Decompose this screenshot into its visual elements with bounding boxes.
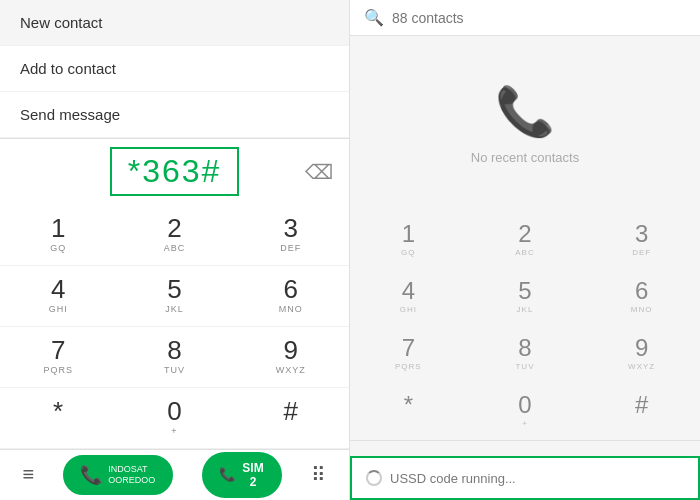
- dial-key-1[interactable]: 1GQ: [0, 205, 116, 266]
- dial-key-9[interactable]: 9WXYZ: [233, 327, 349, 388]
- search-icon: 🔍: [364, 8, 384, 27]
- right-dial-key-number: *: [404, 393, 413, 417]
- sim2-phone-icon: 📞: [219, 467, 236, 482]
- ussd-text: USSD code running...: [390, 471, 516, 486]
- right-dial-key-letters: TUV: [515, 362, 534, 373]
- backspace-button[interactable]: ⌫: [305, 160, 333, 184]
- sim1-carrier-label: INDOSATOOREDOO: [108, 464, 155, 486]
- contacts-area: 📞 No recent contacts: [350, 36, 700, 212]
- right-dial-key-number: 0: [518, 393, 531, 417]
- left-panel: New contact Add to contact Send message …: [0, 0, 350, 500]
- dial-key-number: 1: [51, 215, 65, 241]
- dial-key-hash[interactable]: #: [233, 388, 349, 449]
- dial-key-letters: ABC: [164, 243, 186, 255]
- right-dial-key-3: 3DEF: [583, 212, 700, 269]
- no-contacts-icon: 📞: [495, 84, 555, 140]
- menu-icon-button[interactable]: ≡: [23, 463, 35, 486]
- dial-key-number: 4: [51, 276, 65, 302]
- right-dial-key-number: 7: [402, 336, 415, 360]
- dial-key-number: #: [284, 398, 298, 424]
- dial-key-number: 7: [51, 337, 65, 363]
- ussd-spinner: [366, 470, 382, 486]
- dial-key-star[interactable]: *: [0, 388, 116, 449]
- right-dial-key-number: 6: [635, 279, 648, 303]
- dial-number: *363#: [110, 147, 240, 196]
- sim1-call-button[interactable]: 📞 INDOSATOOREDOO: [63, 455, 173, 495]
- dial-key-letters: +: [171, 426, 177, 438]
- left-dialpad: 1GQ2ABC3DEF4GHI5JKL6MNO7PQRS8TUV9WXYZ*0+…: [0, 205, 349, 449]
- dial-key-letters: JKL: [165, 304, 184, 316]
- right-dial-key-7: 7PQRS: [350, 326, 467, 383]
- right-dialpad: 1GQ2ABC3DEF4GHI5JKL6MNO7PQRS8TUV9WXYZ*0+…: [350, 212, 700, 440]
- dial-key-letters: GHI: [49, 304, 68, 316]
- phone-icon: 📞: [80, 464, 102, 486]
- right-dial-key-letters: WXYZ: [628, 362, 655, 373]
- menu-item-new-contact[interactable]: New contact: [0, 0, 349, 46]
- right-dial-key-5: 5JKL: [467, 269, 584, 326]
- right-dial-key-letters: GHI: [400, 305, 417, 316]
- right-dial-key-0: 0+: [467, 383, 584, 440]
- dial-key-0[interactable]: 0+: [116, 388, 232, 449]
- right-dial-key-number: 5: [518, 279, 531, 303]
- right-dial-key-9: 9WXYZ: [583, 326, 700, 383]
- ussd-bar: USSD code running...: [350, 456, 700, 500]
- dial-key-letters: WXYZ: [276, 365, 306, 377]
- right-dial-key-letters: PQRS: [395, 362, 422, 373]
- right-dial-key-letters: +: [522, 419, 528, 430]
- dial-key-number: 9: [284, 337, 298, 363]
- right-panel: 🔍 📞 No recent contacts 1GQ2ABC3DEF4GHI5J…: [350, 0, 700, 500]
- dial-key-3[interactable]: 3DEF: [233, 205, 349, 266]
- dial-key-letters: MNO: [279, 304, 303, 316]
- right-dial-key-letters: DEF: [632, 248, 651, 259]
- dial-key-number: *: [53, 398, 63, 424]
- dial-key-4[interactable]: 4GHI: [0, 266, 116, 327]
- dial-key-5[interactable]: 5JKL: [116, 266, 232, 327]
- right-dial-key-8: 8TUV: [467, 326, 584, 383]
- dial-key-2[interactable]: 2ABC: [116, 205, 232, 266]
- apps-icon-button[interactable]: ⠿: [311, 463, 326, 487]
- menu-items: New contact Add to contact Send message: [0, 0, 349, 139]
- right-dial-key-number: 4: [402, 279, 415, 303]
- dial-key-number: 8: [167, 337, 181, 363]
- right-dial-key-star: *: [350, 383, 467, 440]
- right-dial-key-4: 4GHI: [350, 269, 467, 326]
- right-dial-key-number: 9: [635, 336, 648, 360]
- dial-key-number: 3: [284, 215, 298, 241]
- search-bar: 🔍: [350, 0, 700, 36]
- right-dial-key-6: 6MNO: [583, 269, 700, 326]
- menu-item-add-to-contact[interactable]: Add to contact: [0, 46, 349, 92]
- right-dial-key-number: 3: [635, 222, 648, 246]
- menu-item-send-message[interactable]: Send message: [0, 92, 349, 138]
- right-dial-key-number: 1: [402, 222, 415, 246]
- no-recent-text: No recent contacts: [471, 150, 579, 165]
- right-dial-key-letters: GQ: [401, 248, 415, 259]
- dial-key-letters: TUV: [164, 365, 185, 377]
- search-input[interactable]: [392, 10, 686, 26]
- sim2-call-button[interactable]: 📞 SIM2: [202, 452, 282, 498]
- right-dial-key-letters: MNO: [631, 305, 653, 316]
- right-dial-key-number: 8: [518, 336, 531, 360]
- dial-key-number: 6: [284, 276, 298, 302]
- dial-key-7[interactable]: 7PQRS: [0, 327, 116, 388]
- right-dial-key-letters: JKL: [517, 305, 534, 316]
- dial-key-letters: GQ: [50, 243, 66, 255]
- right-dial-key-2: 2ABC: [467, 212, 584, 269]
- dial-key-number: 2: [167, 215, 181, 241]
- dial-display: *363# ⌫: [0, 139, 349, 205]
- dial-key-6[interactable]: 6MNO: [233, 266, 349, 327]
- right-dial-key-1: 1GQ: [350, 212, 467, 269]
- right-bottom-bar: USSD code running...: [350, 440, 700, 500]
- dial-key-8[interactable]: 8TUV: [116, 327, 232, 388]
- right-dial-key-letters: ABC: [515, 248, 534, 259]
- right-dial-key-number: #: [635, 393, 648, 417]
- right-dial-key-hash: #: [583, 383, 700, 440]
- dial-key-number: 5: [167, 276, 181, 302]
- left-bottom-bar: ≡ 📞 INDOSATOOREDOO 📞 SIM2 ⠿: [0, 449, 349, 500]
- dial-key-letters: PQRS: [43, 365, 73, 377]
- dial-key-number: 0: [167, 398, 181, 424]
- dial-key-letters: DEF: [280, 243, 301, 255]
- sim2-label: SIM2: [242, 461, 263, 489]
- right-dial-key-number: 2: [518, 222, 531, 246]
